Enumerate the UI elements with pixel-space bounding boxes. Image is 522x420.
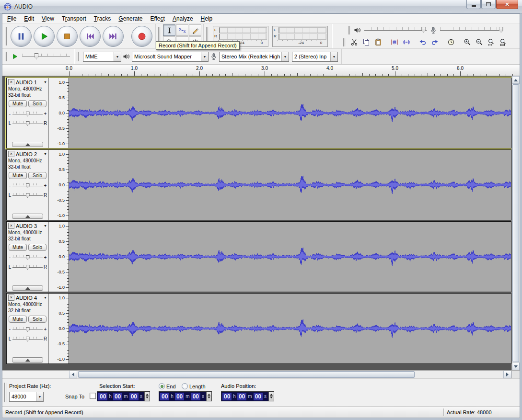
multi-tool-button[interactable] [189,36,201,48]
minimize-button[interactable] [466,0,481,9]
waveform-display[interactable] [69,222,511,292]
toolbar-grip[interactable] [5,52,7,61]
vertical-ruler[interactable]: 1.00.50.0-0.5-1.0 [49,150,69,220]
gain-slider[interactable]: -+ [8,325,47,333]
track-close-button[interactable]: × [8,151,14,157]
stop-button[interactable] [57,26,78,47]
waveform-display[interactable] [69,150,511,220]
redo-button[interactable] [429,36,441,48]
pause-button[interactable] [11,26,32,47]
gain-slider-thumb[interactable] [26,327,30,332]
project-rate-select[interactable]: 48000 ▼ [9,392,44,402]
waveform-canvas[interactable] [69,294,511,363]
zoom-in-button[interactable] [461,36,473,48]
solo-button[interactable]: Solo [28,316,46,323]
output-device-select[interactable]: Microsoft Sound Mapper ▼ [132,52,209,62]
skip-to-start-button[interactable] [80,26,101,47]
track-menu-arrow-icon[interactable]: ▼ [44,296,47,299]
track-title[interactable]: AUDIO 1 [16,79,37,85]
mute-button[interactable]: Mute [9,100,27,107]
record-button[interactable] [131,26,152,47]
solo-button[interactable]: Solo [28,172,46,179]
selection-end-field[interactable]: 00h00m00s [159,391,212,401]
gain-slider[interactable]: -+ [8,253,47,261]
mute-button[interactable]: Mute [9,316,27,323]
input-channels-select[interactable]: 2 (Stereo) Inp ▼ [292,52,338,62]
track-menu-arrow-icon[interactable]: ▼ [44,80,47,84]
vertical-scroll-thumb[interactable] [512,84,519,362]
time-digit-group[interactable]: 00 [175,393,184,400]
gain-slider-thumb[interactable] [26,183,30,188]
scroll-right-button[interactable] [503,371,511,378]
zoom-out-button[interactable] [473,36,485,48]
gain-slider[interactable]: -+ [8,182,47,190]
time-digit-group[interactable]: 00 [113,393,122,400]
menu-edit[interactable]: Edit [20,14,38,23]
track-title[interactable]: AUDIO 3 [16,223,37,229]
menu-analyze[interactable]: Analyze [169,14,197,23]
timeline-ruler[interactable]: 0.01.02.03.04.05.06.0 [2,65,520,76]
track-menu-arrow-icon[interactable]: ▼ [44,152,47,156]
snap-to-checkbox[interactable] [90,393,96,399]
output-volume-thumb[interactable] [421,27,426,33]
mute-button[interactable]: Mute [9,172,27,179]
toolbar-grip[interactable] [4,383,7,402]
paste-button[interactable] [372,36,384,48]
sync-lock-button[interactable] [445,36,457,48]
toolbar-grip[interactable] [5,27,7,45]
menu-help[interactable]: Help [197,14,217,23]
zoom-tool-button[interactable] [163,36,175,48]
play-at-speed-button[interactable] [10,51,20,62]
selection-start-field[interactable]: 00h00m00s [97,391,150,401]
waveform-display[interactable] [69,78,511,148]
time-spinner[interactable] [206,392,211,401]
timeshift-tool-button[interactable] [176,36,188,48]
vertical-scroll-trough[interactable] [512,84,520,363]
mute-button[interactable]: Mute [9,244,27,251]
time-digit-group[interactable]: 00 [191,393,200,400]
track-collapse-button[interactable] [12,142,43,147]
scroll-up-button[interactable] [512,76,520,84]
time-digit-group[interactable]: 00 [129,393,139,400]
gain-slider[interactable]: -+ [8,110,47,118]
pan-slider-thumb[interactable] [26,337,30,341]
draw-tool-button[interactable] [189,24,201,36]
playback-speed-slider[interactable] [22,53,70,60]
pan-slider[interactable]: LR [8,263,47,271]
track-title[interactable]: AUDIO 4 [16,295,37,301]
toolbar-grip[interactable] [343,38,346,47]
close-button[interactable]: ✕ [496,0,518,9]
input-device-select[interactable]: Stereo Mix (Realtek High ▼ [219,52,289,62]
scroll-left-button[interactable] [69,371,77,378]
horizontal-scrollbar[interactable] [69,371,511,378]
length-radio[interactable] [182,383,188,389]
horizontal-scroll-thumb[interactable] [78,371,415,378]
waveform-canvas[interactable] [69,150,511,220]
track-menu-arrow-icon[interactable]: ▼ [44,224,47,227]
audio-position-field[interactable]: 00h00m00s [221,391,274,401]
time-digit-group[interactable]: 00 [98,393,107,400]
toolbar-grip[interactable] [77,52,79,61]
silence-audio-button[interactable] [400,36,412,48]
undo-button[interactable] [417,36,429,48]
toolbar-grip[interactable] [206,27,209,45]
toolbar-grip[interactable] [158,27,161,45]
output-volume-slider[interactable] [364,26,427,34]
pan-slider[interactable]: LR [8,191,47,199]
selection-tool-button[interactable] [163,24,175,36]
toolbar-grip[interactable] [348,26,350,34]
play-button[interactable] [34,26,55,47]
scroll-down-button[interactable] [512,363,520,370]
gain-slider-thumb[interactable] [26,255,30,260]
envelope-tool-button[interactable] [176,24,188,36]
solo-button[interactable]: Solo [28,244,46,251]
menu-view[interactable]: View [38,14,58,23]
waveform-canvas[interactable] [69,222,511,292]
time-digit-group[interactable]: 00 [222,393,232,400]
audio-host-select[interactable]: MME ▼ [83,52,121,62]
input-volume-slider[interactable] [440,26,502,34]
track-close-button[interactable]: × [8,295,14,301]
vertical-ruler[interactable]: 1.00.50.0-0.5-1.0 [49,294,69,363]
waveform-canvas[interactable] [69,78,511,148]
menu-effect[interactable]: Effect [146,14,168,23]
